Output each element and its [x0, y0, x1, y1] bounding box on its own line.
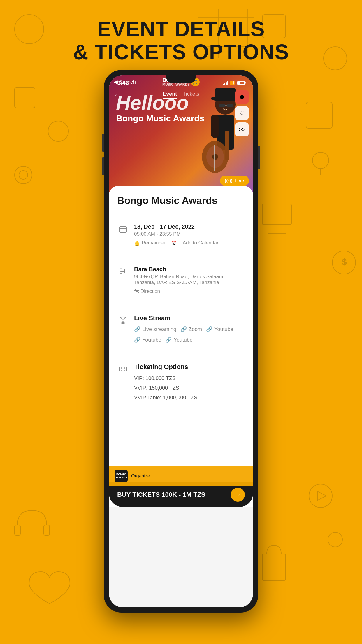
svg-point-8 [312, 152, 329, 169]
svg-point-14 [332, 251, 356, 274]
svg-rect-40 [225, 131, 229, 160]
divider-3 [117, 304, 245, 304]
time-range: 05:00 AM - 23:55 PM [134, 231, 245, 237]
organizer-logo: BONGO AWARDS [115, 470, 128, 482]
ticketing-content: Ticketing Options VIP: 100,000 TZS VVIP:… [134, 363, 245, 404]
location-row: Bara Beach 9643+7QP, Bahari Road, Dar es… [117, 261, 245, 299]
svg-rect-46 [120, 227, 126, 232]
link-chain-icon-4: 🔗 [165, 337, 172, 343]
logo-text-line2: MUSIC AWARDS [162, 83, 190, 86]
organizer-label: Organize... [131, 473, 154, 479]
power-button [258, 146, 260, 169]
arrow-icon: → [235, 491, 241, 498]
stream-link-3[interactable]: 🔗 Youtube [134, 337, 161, 343]
ticketing-title: Ticketing Options [134, 363, 245, 371]
wifi-icon: 📶 [230, 80, 235, 85]
map-icon: 🗺 [134, 289, 139, 294]
divider-4 [117, 353, 245, 353]
svg-marker-19 [318, 491, 326, 500]
status-icons: 📶 [223, 80, 245, 85]
svg-rect-34 [227, 104, 233, 107]
svg-point-39 [212, 154, 218, 160]
livestream-icon [117, 314, 129, 326]
date-content: 18, Dec - 17 Dec, 2022 05:00 AM - 23:55 … [134, 223, 245, 246]
add-calendar-link[interactable]: 📅 + Add to Calendar [171, 240, 219, 246]
svg-point-7 [19, 171, 28, 179]
tab-event[interactable]: Event [163, 91, 177, 99]
buy-tickets-label: BUY TICKETS 100K - 1M TZS [117, 491, 205, 498]
side-actions: ⏺ ♡ >> [235, 90, 249, 136]
svg-rect-33 [219, 104, 225, 107]
svg-rect-20 [262, 554, 286, 580]
svg-text:$: $ [342, 257, 347, 267]
svg-point-6 [15, 166, 32, 184]
svg-rect-5 [306, 102, 332, 128]
content-area: Bongo Music Awards 18, Dec - 17 Dec, 202… [109, 186, 253, 507]
svg-point-52 [120, 273, 122, 274]
svg-rect-45 [211, 115, 219, 138]
link-label-0: Live streaming [142, 326, 176, 332]
link-label-2: Youtube [214, 326, 233, 332]
phone-screen: 9:43 📶 [109, 75, 253, 607]
link-label-3: Youtube [142, 337, 161, 343]
hero-section: 9:43 📶 [109, 75, 253, 192]
organizer-strip: BONGO AWARDS Organize... [109, 466, 253, 486]
date-actions: 🔔 Remainder 📅 + Add to Calendar [134, 240, 245, 246]
search-label[interactable]: ◀ Search [114, 79, 136, 85]
link-chain-icon-0: 🔗 [134, 326, 140, 332]
ticket-option-1: VVIP: 150,000 TZS [134, 385, 245, 391]
livestream-title: Live Stream [134, 314, 245, 322]
ticket-option-0: VIP: 100,000 TZS [134, 375, 245, 382]
svg-point-18 [309, 484, 332, 508]
back-button[interactable]: ← [114, 90, 121, 99]
live-badge: ((·)) Live [220, 176, 249, 186]
svg-rect-54 [119, 367, 127, 371]
stream-link-1[interactable]: 🔗 Zoom [180, 326, 202, 332]
calendar-add-icon: 📅 [171, 240, 177, 246]
direction-label: Direction [140, 288, 160, 294]
favorite-button[interactable]: ♡ [235, 106, 249, 120]
location-address: 9643+7QP, Bahari Road, Dar es Salaam, Ta… [134, 274, 245, 286]
buy-arrow-button[interactable]: → [231, 488, 245, 502]
divider-1 [117, 213, 245, 214]
tab-tickets[interactable]: Tickets [183, 91, 199, 99]
link-chain-icon-1: 🔗 [180, 326, 187, 332]
phone-mockup: 9:43 📶 [104, 70, 258, 612]
svg-rect-3 [15, 88, 35, 108]
stream-link-0[interactable]: 🔗 Live streaming [134, 326, 176, 332]
direction-link[interactable]: 🗺 Direction [134, 288, 160, 294]
buy-tickets-bar[interactable]: BUY TICKETS 100K - 1M TZS → [109, 482, 253, 507]
link-chain-icon-2: 🔗 [206, 326, 212, 332]
battery-icon [237, 81, 245, 85]
stream-link-2[interactable]: 🔗 Youtube [206, 326, 233, 332]
record-button[interactable]: ⏺ [235, 90, 249, 104]
phone-notch [166, 75, 196, 83]
stream-link-4[interactable]: 🔗 Youtube [165, 337, 192, 343]
svg-point-21 [328, 532, 342, 547]
svg-rect-32 [215, 88, 236, 99]
location-name: Bara Beach [134, 266, 245, 273]
share-button[interactable]: >> [235, 123, 249, 136]
add-calendar-label: + Add to Calendar [179, 240, 219, 246]
location-icon [117, 266, 129, 278]
svg-point-53 [122, 319, 124, 321]
svg-point-4 [48, 121, 68, 141]
volume-up-button [102, 134, 104, 152]
livestream-row: Live Stream 🔗 Live streaming 🔗 Zoom [117, 310, 245, 348]
stream-links: 🔗 Live streaming 🔗 Zoom 🔗 Youtube [134, 326, 245, 343]
volume-down-button [102, 158, 104, 175]
signal-icon [223, 80, 228, 85]
location-content: Bara Beach 9643+7QP, Bahari Road, Dar es… [134, 266, 245, 294]
ticket-option-2: VVIP Table: 1,000,000 TZS [134, 395, 245, 401]
link-label-1: Zoom [189, 326, 202, 332]
date-row: 18, Dec - 17 Dec, 2022 05:00 AM - 23:55 … [117, 219, 245, 251]
divider-2 [117, 256, 245, 256]
date-range: 18, Dec - 17 Dec, 2022 [134, 223, 245, 230]
ticketing-row: Ticketing Options VIP: 100,000 TZS VVIP:… [117, 358, 245, 409]
ticket-icon [117, 363, 129, 375]
svg-rect-16 [15, 525, 20, 535]
remainder-link[interactable]: 🔔 Remainder [134, 240, 166, 246]
event-title: Bongo Music Awards [117, 195, 245, 206]
calendar-icon [117, 223, 129, 235]
svg-rect-10 [262, 204, 291, 225]
